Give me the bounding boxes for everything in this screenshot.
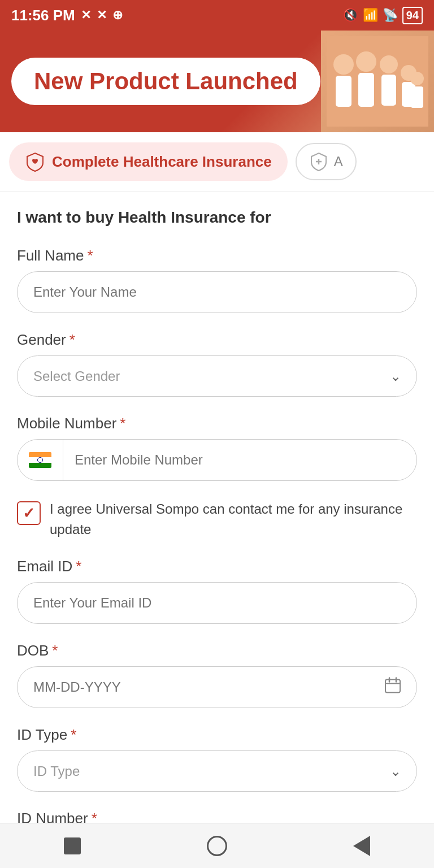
- fullname-field-group: Full Name *: [17, 247, 417, 313]
- email-field-group: Email ID *: [17, 558, 417, 624]
- svg-rect-4: [358, 73, 374, 107]
- dob-required: *: [52, 642, 58, 659]
- x-icon-2: ✕: [97, 8, 107, 23]
- email-input[interactable]: [17, 582, 417, 624]
- battery-indicator: 94: [402, 7, 423, 24]
- status-bar: 11:56 PM ✕ ✕ ⊕ 🔇 📶 📡 94: [0, 0, 434, 31]
- svg-rect-2: [336, 76, 351, 107]
- mobile-required: *: [120, 415, 125, 432]
- banner-title: New Product Launched: [34, 68, 298, 94]
- form-section: I want to buy Health Insurance for Full …: [0, 192, 434, 862]
- dob-label: DOB *: [17, 642, 417, 659]
- product-tab-bar: Complete Healthcare Insurance A: [0, 132, 434, 192]
- nav-recent-button[interactable]: [345, 829, 379, 863]
- status-left: 11:56 PM ✕ ✕ ⊕: [11, 7, 123, 24]
- dob-field-group: DOB *: [17, 642, 417, 708]
- idtype-select[interactable]: ID Type Aadhar Card PAN Card Passport Vo…: [17, 750, 417, 792]
- idtype-required: *: [71, 726, 76, 744]
- nav-bar: [0, 823, 434, 868]
- tab-other-label: A: [334, 154, 343, 170]
- x-icon-1: ✕: [81, 8, 91, 23]
- banner: New Product Launched: [0, 31, 434, 132]
- svg-point-3: [356, 51, 376, 72]
- nav-home-button[interactable]: [200, 829, 234, 863]
- mobile-number-input[interactable]: [63, 440, 416, 480]
- svg-point-1: [333, 54, 354, 75]
- gender-required: *: [70, 331, 75, 349]
- mute-icon: 🔇: [343, 8, 358, 23]
- dob-wrapper: [17, 666, 417, 708]
- idtype-select-wrapper: ID Type Aadhar Card PAN Card Passport Vo…: [17, 750, 417, 792]
- mobile-label: Mobile Number *: [17, 415, 417, 432]
- fullname-required: *: [87, 247, 93, 264]
- svg-rect-10: [411, 86, 423, 108]
- circle-icon: [207, 836, 227, 856]
- square-icon: [64, 837, 81, 854]
- idtype-field-group: ID Type * ID Type Aadhar Card PAN Card P…: [17, 726, 417, 792]
- agree-label: I agree Universal Sompo can contact me f…: [50, 499, 417, 540]
- tab-healthcare[interactable]: Complete Healthcare Insurance: [9, 142, 288, 181]
- email-required: *: [76, 558, 81, 575]
- banner-image: [321, 31, 434, 132]
- shield-plus-icon: [309, 152, 328, 171]
- svg-point-9: [410, 72, 424, 85]
- fullname-input[interactable]: [17, 271, 417, 313]
- svg-rect-6: [381, 75, 396, 106]
- wifi-icon: 📡: [383, 8, 398, 23]
- agree-checkbox[interactable]: ✓: [17, 501, 41, 525]
- time-display: 11:56 PM: [11, 7, 75, 24]
- checkmark-icon: ✓: [23, 505, 35, 522]
- triangle-icon: [353, 836, 370, 856]
- agree-checkbox-row: ✓ I agree Universal Sompo can contact me…: [17, 499, 417, 540]
- form-heading: I want to buy Health Insurance for: [17, 209, 417, 227]
- shield-heart-icon: [25, 151, 45, 172]
- svg-point-5: [380, 55, 398, 73]
- gender-label: Gender *: [17, 331, 417, 349]
- mobile-input-wrapper: [17, 439, 417, 481]
- banner-text-box: New Product Launched: [11, 58, 320, 105]
- status-right: 🔇 📶 📡 94: [343, 7, 423, 24]
- gender-field-group: Gender * Select Gender Male Female Other…: [17, 331, 417, 397]
- mobile-field-group: Mobile Number *: [17, 415, 417, 481]
- gender-select-wrapper: Select Gender Male Female Other ⌄: [17, 355, 417, 397]
- india-flag-icon: [29, 452, 51, 468]
- dob-input[interactable]: [17, 666, 417, 708]
- email-label: Email ID *: [17, 558, 417, 575]
- family-illustration: [327, 36, 428, 127]
- flag-prefix[interactable]: [18, 440, 63, 480]
- fullname-label: Full Name *: [17, 247, 417, 264]
- tab-healthcare-label: Complete Healthcare Insurance: [52, 153, 272, 171]
- gender-select[interactable]: Select Gender Male Female Other: [17, 355, 417, 397]
- idtype-label: ID Type *: [17, 726, 417, 744]
- signal-icon: 📶: [363, 8, 378, 23]
- chrome-icon: ⊕: [112, 8, 123, 23]
- nav-back-button[interactable]: [55, 829, 89, 863]
- tab-other[interactable]: A: [296, 143, 357, 180]
